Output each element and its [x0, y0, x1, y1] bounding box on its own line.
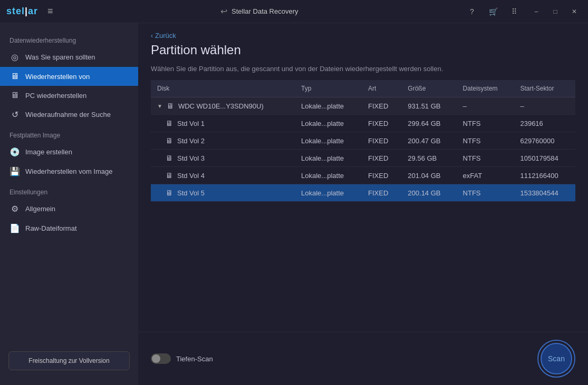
- col-start-sektor: Start-Sektor: [514, 80, 575, 97]
- expand-icon: ▼: [157, 103, 162, 109]
- bottom-bar: Tiefen-Scan Scan: [138, 332, 588, 385]
- vol-size: 299.64 GB: [401, 115, 456, 132]
- toggle-knob: [152, 354, 160, 363]
- toggle-label: Tiefen-Scan: [176, 355, 213, 363]
- breadcrumb-arrow: ‹: [151, 32, 153, 40]
- disk-sector: –: [514, 97, 575, 115]
- scan-button[interactable]: Scan: [541, 343, 572, 374]
- sidebar-section-settings: Einstellungen: [0, 181, 138, 199]
- sidebar-item-restore-image[interactable]: 💾 Wiederherstellen vom Image: [0, 162, 138, 181]
- vol-art: FIXED: [362, 167, 401, 184]
- window-controls: – □ ✕: [529, 4, 582, 19]
- titlebar: stel|ar ≡ ↩ Stellar Data Recovery ? 🛒 ⠿ …: [0, 0, 588, 23]
- vol-name: Std Vol 1: [177, 120, 205, 127]
- cart-button[interactable]: 🛒: [487, 5, 499, 18]
- vol-sector: 1050179584: [514, 150, 575, 167]
- disk-name-cell: ▼ 🖥 WDC WD10E...Y3SDN90U): [151, 97, 295, 115]
- titlebar-center: ↩ Stellar Data Recovery: [220, 6, 298, 16]
- sidebar-label-general: Allgemein: [25, 205, 55, 213]
- vol-sector: 239616: [514, 115, 575, 132]
- volume-icon: 🖥: [166, 154, 173, 162]
- vol-fs: NTFS: [457, 184, 514, 202]
- pc-icon: 🖥: [9, 91, 20, 100]
- app-logo: stel|ar: [6, 6, 38, 17]
- minimize-button[interactable]: –: [529, 4, 544, 19]
- unlock-button[interactable]: Freischaltung zur Vollversion: [8, 351, 130, 370]
- help-button[interactable]: ?: [466, 5, 478, 18]
- vol-name-cell: 🖥 Std Vol 4: [151, 167, 295, 184]
- disk-size: 931.51 GB: [401, 97, 456, 115]
- vol-typ: Lokale...platte: [295, 184, 362, 202]
- sidebar-item-raw-formats[interactable]: 📄 Raw-Dateiformat: [0, 219, 138, 238]
- table-header: Disk Typ Art Größe Dateisystem Start-Sek…: [151, 80, 575, 97]
- vol-typ: Lokale...platte: [295, 115, 362, 132]
- col-typ: Typ: [295, 80, 362, 97]
- vol-art: FIXED: [362, 184, 401, 202]
- resume-icon: ↺: [9, 110, 20, 120]
- partition-list: Disk Typ Art Größe Dateisystem Start-Sek…: [151, 80, 575, 202]
- vol-size: 200.14 GB: [401, 184, 456, 202]
- volume-icon: 🖥: [166, 171, 173, 180]
- table-row[interactable]: 🖥 Std Vol 5 Lokale...platte FIXED 200.14…: [151, 184, 575, 202]
- sidebar: Datenwiederherstellung ◎ Was Sie sparen …: [0, 23, 138, 385]
- table-row[interactable]: 🖥 Std Vol 3 Lokale...platte FIXED 29.56 …: [151, 150, 575, 167]
- vol-sector: 629760000: [514, 132, 575, 150]
- volume-icon: 🖥: [166, 189, 173, 197]
- vol-name-cell: 🖥 Std Vol 2: [151, 132, 295, 150]
- disk-icon: 🖥: [167, 102, 174, 110]
- sidebar-item-resume-search[interactable]: ↺ Wiederaufnahme der Suche: [0, 105, 138, 124]
- sidebar-item-recover-from[interactable]: 🖥 Wiederherstellen von: [0, 67, 138, 86]
- table-row[interactable]: ▼ 🖥 WDC WD10E...Y3SDN90U) Lokale...platt…: [151, 97, 575, 115]
- breadcrumb-label: Zurück: [155, 32, 176, 40]
- disk-fs: –: [457, 97, 514, 115]
- sidebar-section-image: Festplatten Image: [0, 124, 138, 142]
- sidebar-item-what-to-save[interactable]: ◎ Was Sie sparen sollten: [0, 47, 138, 67]
- grid-button[interactable]: ⠿: [508, 5, 520, 18]
- vol-typ: Lokale...platte: [295, 167, 362, 184]
- vol-fs: NTFS: [457, 115, 514, 132]
- sidebar-label-raw-formats: Raw-Dateiformat: [25, 224, 77, 232]
- volume-icon: 🖥: [166, 119, 173, 127]
- drive-icon: 🖥: [9, 72, 20, 81]
- target-icon: ◎: [9, 52, 20, 62]
- vol-fs: exFAT: [457, 167, 514, 184]
- sidebar-item-create-image[interactable]: 💿 Image erstellen: [0, 142, 138, 162]
- vol-typ: Lokale...platte: [295, 150, 362, 167]
- titlebar-left: stel|ar ≡: [6, 6, 53, 17]
- vol-art: FIXED: [362, 150, 401, 167]
- page-subtitle: Wählen Sie die Partition aus, die gescan…: [138, 65, 588, 80]
- raw-icon: 📄: [9, 223, 20, 233]
- app-title: Stellar Data Recovery: [232, 7, 298, 15]
- sidebar-item-pc-restore[interactable]: 🖥 PC wiederherstellen: [0, 86, 138, 105]
- vol-fs: NTFS: [457, 132, 514, 150]
- table-row[interactable]: 🖥 Std Vol 1 Lokale...platte FIXED 299.64…: [151, 115, 575, 132]
- table-row[interactable]: 🖥 Std Vol 2 Lokale...platte FIXED 200.47…: [151, 132, 575, 150]
- partition-table[interactable]: Disk Typ Art Größe Dateisystem Start-Sek…: [151, 80, 575, 332]
- vol-name-cell: 🖥 Std Vol 3: [151, 150, 295, 167]
- sidebar-item-general[interactable]: ⚙ Allgemein: [0, 199, 138, 219]
- breadcrumb[interactable]: ‹ Zurück: [138, 23, 588, 42]
- close-button[interactable]: ✕: [567, 4, 582, 19]
- table-row[interactable]: 🖥 Std Vol 4 Lokale...platte FIXED 201.04…: [151, 167, 575, 184]
- disk-art: FIXED: [362, 97, 401, 115]
- hamburger-menu[interactable]: ≡: [47, 6, 53, 17]
- vol-name: Std Vol 5: [177, 189, 205, 197]
- col-disk: Disk: [151, 80, 295, 97]
- sidebar-bottom: Freischaltung zur Vollversion: [0, 343, 138, 379]
- disk-typ: Lokale...platte: [295, 97, 362, 115]
- deep-scan-toggle[interactable]: [151, 353, 171, 364]
- sidebar-label-pc-restore: PC wiederherstellen: [25, 92, 86, 100]
- toggle-group: Tiefen-Scan: [151, 353, 213, 364]
- sidebar-label-resume-search: Wiederaufnahme der Suche: [25, 111, 111, 119]
- vol-fs: NTFS: [457, 150, 514, 167]
- sidebar-label-restore-image: Wiederherstellen vom Image: [25, 167, 112, 175]
- vol-name: Std Vol 3: [177, 154, 205, 162]
- maximize-button[interactable]: □: [548, 4, 563, 19]
- volume-icon: 🖥: [166, 136, 173, 145]
- scan-button-ring: Scan: [537, 340, 575, 378]
- col-dateisystem: Dateisystem: [457, 80, 514, 97]
- sidebar-label-create-image: Image erstellen: [25, 148, 72, 156]
- scan-button-wrapper: Scan: [537, 340, 575, 378]
- disk-name: WDC WD10E...Y3SDN90U): [178, 102, 264, 110]
- vol-name: Std Vol 2: [177, 137, 205, 145]
